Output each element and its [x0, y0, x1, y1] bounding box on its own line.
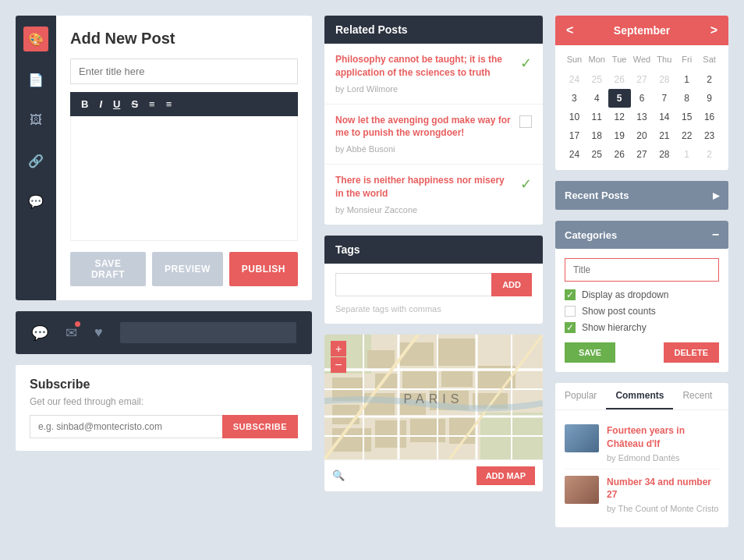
tags-input[interactable]	[335, 273, 491, 296]
cal-today[interactable]: 5	[608, 89, 631, 108]
post-link-1[interactable]: Philosophy cannot be taught; it is the a…	[335, 53, 512, 80]
cal-day[interactable]: 2	[698, 70, 721, 89]
cal-day[interactable]: 17	[563, 126, 586, 145]
check-icon-1: ✓	[520, 55, 532, 72]
tags-content: ADD Separate tags with commas	[324, 264, 543, 324]
cal-day[interactable]: 26	[608, 145, 631, 164]
list-button[interactable]: ≡	[147, 98, 157, 110]
post-link-3[interactable]: There is neither happiness nor misery in…	[335, 174, 512, 200]
cal-day[interactable]: 25	[586, 70, 608, 89]
map-area: PARIS + −	[324, 335, 543, 459]
post-editor-content: Add New Post B I U S ≡ ≡ SAVE DRAFT PREV…	[56, 16, 312, 300]
cal-day[interactable]: 1	[675, 145, 698, 164]
post-link-2[interactable]: Now let the avenging god make way for me…	[335, 114, 512, 140]
cal-day[interactable]: 3	[563, 89, 586, 108]
cal-day[interactable]: 24	[563, 70, 586, 89]
cal-day[interactable]: 21	[653, 126, 675, 145]
cal-day[interactable]: 4	[586, 89, 608, 108]
cal-day[interactable]: 27	[631, 70, 654, 89]
nav-file-icon[interactable]: 📄	[23, 67, 48, 92]
zoom-in-button[interactable]: +	[331, 341, 346, 356]
cal-day[interactable]: 6	[631, 89, 654, 108]
subscribe-input[interactable]	[30, 415, 222, 438]
nav-image-icon[interactable]: 🖼	[23, 108, 48, 133]
editor-area[interactable]	[70, 116, 298, 241]
tab-thumbnail-2	[565, 476, 599, 504]
tab-comments[interactable]: Comments	[606, 383, 673, 409]
chat-icon[interactable]: 💬	[31, 324, 48, 342]
cal-day[interactable]: 10	[563, 108, 586, 126]
cal-day[interactable]: 7	[653, 89, 675, 108]
cal-day[interactable]: 28	[653, 70, 675, 89]
cal-day[interactable]: 23	[698, 126, 721, 145]
heart-icon[interactable]: ♥	[94, 324, 103, 341]
publish-button[interactable]: PUBLISH	[229, 252, 298, 286]
cal-day[interactable]: 16	[698, 108, 721, 126]
tags-row: ADD	[335, 273, 532, 296]
italic-button[interactable]: I	[97, 98, 104, 110]
cat-actions: SAVE DELETE	[565, 342, 719, 363]
tab-popular[interactable]: Popular	[555, 383, 606, 409]
categories-save-button[interactable]: SAVE	[565, 342, 615, 363]
cal-day[interactable]: 26	[608, 70, 631, 89]
cal-prev-button[interactable]: <	[566, 23, 573, 37]
cat-option-3: ✓ Show hierarchy	[565, 322, 719, 333]
mail-icon[interactable]: ✉	[66, 324, 77, 342]
categories-delete-button[interactable]: DELETE	[664, 342, 719, 363]
list2-button[interactable]: ≡	[165, 98, 174, 110]
cat-checkbox-1[interactable]: ✓	[565, 289, 576, 300]
cal-day[interactable]: 9	[698, 89, 721, 108]
tab-recent[interactable]: Recent	[673, 383, 721, 409]
cal-day[interactable]: 19	[608, 126, 631, 145]
recent-posts-header: Recent Posts ▸	[555, 181, 728, 210]
nav-link-icon[interactable]: 🔗	[23, 148, 48, 173]
calendar-header: < September >	[555, 16, 728, 45]
underline-button[interactable]: U	[112, 98, 122, 110]
add-map-button[interactable]: ADD MAP	[477, 466, 535, 485]
cal-day[interactable]: 27	[631, 145, 654, 164]
tab-post-item-2: Number 34 and number 27 by The Count of …	[565, 470, 719, 520]
cal-day[interactable]: 25	[586, 145, 608, 164]
save-draft-button[interactable]: SAVE DRAFT	[70, 252, 146, 286]
post-text-2: Now let the avenging god make way for me…	[335, 114, 512, 155]
svg-rect-6	[438, 338, 477, 366]
recent-posts-nav-button[interactable]: ▸	[713, 188, 719, 203]
map-controls: + −	[331, 341, 346, 373]
cal-day[interactable]: 1	[675, 70, 698, 89]
strikethrough-button[interactable]: S	[129, 98, 140, 110]
bar-search-input[interactable]	[120, 322, 296, 343]
categories-nav-button[interactable]: −	[712, 228, 719, 242]
tabs-header: Popular Comments Recent	[555, 383, 728, 410]
related-posts-panel: Related Posts Philosophy cannot be taugh…	[324, 16, 543, 225]
categories-title-input[interactable]	[565, 258, 719, 282]
bold-button[interactable]: B	[80, 98, 90, 110]
cal-day[interactable]: 13	[631, 108, 654, 126]
map-search-input[interactable]	[349, 470, 477, 481]
cal-day[interactable]: 2	[698, 145, 721, 164]
tab-post-title-1[interactable]: Fourteen years in Château d'If	[607, 424, 719, 451]
cat-checkbox-2[interactable]	[565, 306, 576, 317]
cal-day[interactable]: 22	[675, 126, 698, 145]
nav-palette-icon[interactable]: 🎨	[23, 27, 48, 51]
post-title-input[interactable]	[70, 58, 298, 84]
cal-day[interactable]: 20	[631, 126, 654, 145]
tab-post-title-2[interactable]: Number 34 and number 27	[607, 476, 719, 502]
cal-next-button[interactable]: >	[710, 23, 717, 37]
nav-comment-icon[interactable]: 💬	[23, 189, 48, 214]
cal-day[interactable]: 15	[675, 108, 698, 126]
zoom-out-button[interactable]: −	[331, 357, 346, 373]
cal-day[interactable]: 28	[653, 145, 675, 164]
tags-add-button[interactable]: ADD	[491, 273, 532, 296]
cal-day[interactable]: 18	[586, 126, 608, 145]
preview-button[interactable]: PREVIEW	[152, 252, 223, 286]
cal-day[interactable]: 11	[586, 108, 608, 126]
cal-day[interactable]: 14	[653, 108, 675, 126]
cal-day[interactable]: 8	[675, 89, 698, 108]
cat-checkbox-3[interactable]: ✓	[565, 322, 576, 333]
subscribe-button[interactable]: SUBSCRIBE	[222, 415, 298, 438]
cal-day[interactable]: 24	[563, 145, 586, 164]
tab-content: Fourteen years in Château d'If by Edmond…	[555, 410, 728, 527]
checkbox-unchecked-2[interactable]	[519, 115, 532, 128]
cal-day[interactable]: 12	[608, 108, 631, 126]
related-posts-header: Related Posts	[324, 16, 543, 44]
